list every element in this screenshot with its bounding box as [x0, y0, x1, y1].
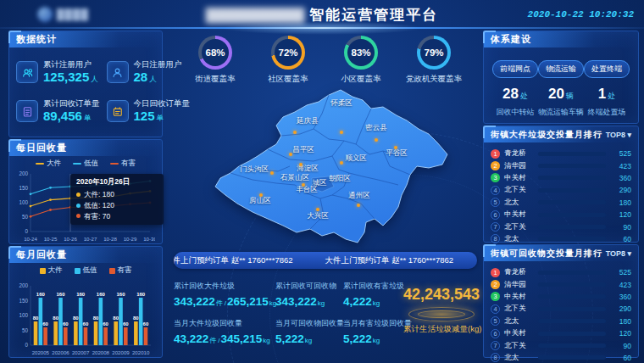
total-reduction-value: 42,243,543 — [403, 286, 480, 304]
gauge-ring: 83% — [344, 36, 378, 70]
rank-row-2: 2清华园423 — [491, 278, 631, 290]
legend-item-低值[interactable]: 低值 — [73, 159, 98, 169]
svg-text:50: 50 — [22, 214, 29, 220]
rank-bar-track — [538, 332, 606, 336]
rank-name: 中关村 — [504, 328, 534, 338]
legend-item-有害[interactable]: 有害 — [109, 265, 132, 276]
chart-tooltip: 2020年10月26日大件: 180低值: 120有害: 70 — [70, 174, 164, 225]
system-tab-处置终端[interactable]: 处置终端 — [584, 60, 630, 78]
svg-text:200: 200 — [19, 282, 28, 288]
map-marker-dot — [302, 183, 305, 187]
legend-swatch — [36, 163, 44, 165]
svg-text:80: 80 — [93, 316, 99, 321]
system-value: 1处 — [584, 86, 630, 103]
system-tab-前端网点[interactable]: 前端网点 — [492, 60, 538, 78]
panel-data-stats-title: 数据统计 — [16, 33, 57, 46]
svg-text:202007: 202007 — [72, 349, 90, 355]
rank-value: 423 — [610, 281, 631, 289]
system-label: 终端处置场 — [584, 107, 630, 118]
stat-value: 89,456单 — [43, 109, 100, 124]
map-marker-dot — [293, 131, 297, 134]
gauge-小区覆盖率: 83%小区覆盖率 — [327, 36, 395, 92]
svg-text:10-25: 10-25 — [44, 236, 58, 242]
rank-badge: 4 — [491, 186, 500, 195]
legend-item-大件[interactable]: 大件 — [40, 265, 63, 276]
legend-item-有害[interactable]: 有害 — [110, 159, 136, 169]
summary-segment: 343,222 — [174, 295, 215, 308]
panel-rank-large-title: 街镇大件垃圾交投量月排行 — [491, 129, 602, 141]
stats-grid: 累计注册用户125,325人今日注册用户28人累计回收订单量89,456单今日回… — [9, 47, 162, 136]
gauge-value: 79% — [417, 36, 451, 70]
tooltip-text: 低值: 120 — [84, 200, 114, 211]
rank-value: 290 — [610, 186, 631, 194]
system-label: 物流运输车辆 — [538, 107, 584, 118]
rank-bar-track — [538, 294, 606, 299]
summary-segment: 4,222 — [343, 295, 372, 308]
summary-value: 4,222kg — [343, 293, 404, 309]
summary-segment: kg — [373, 299, 380, 307]
legend-label: 有害 — [121, 159, 136, 169]
svg-text:10-30: 10-30 — [143, 236, 155, 242]
legend-label: 低值 — [84, 159, 98, 169]
summary-value: 343,222件/265,215kg — [174, 293, 275, 309]
rank-row-3: 3中关村360 — [491, 291, 631, 303]
datetime: 2020-10-22 10:20:32 — [528, 9, 634, 20]
rank-badge: 4 — [491, 304, 500, 314]
tooltip-dot — [76, 204, 80, 208]
gauge-value: 72% — [271, 36, 305, 70]
panel-rank-recyclable: 街镇可回收物交投量月排行 TOP8 ▾ 1青龙桥5252清华园4233中关村36… — [483, 244, 639, 358]
rank-row-2: 2清华园423 — [491, 159, 631, 171]
gauge-党政机关覆盖率: 79%党政机关覆盖率 — [400, 36, 468, 92]
system-tab-物流运输[interactable]: 物流运输 — [538, 60, 584, 78]
legend-label: 大件 — [47, 159, 61, 169]
system-unit: 处 — [608, 92, 615, 100]
total-reduction: 42,243,543 累计生活垃圾减量(kg) — [403, 286, 480, 335]
svg-text:60: 60 — [63, 321, 69, 327]
panel-rank-large: 街镇大件垃圾交投量月排行 TOP8 ▾ 1青龙桥5252清华园4233中关村36… — [483, 126, 639, 243]
rank-recyclable-top8-select[interactable]: TOP8 ▾ — [606, 249, 631, 258]
rank-name: 青龙桥 — [504, 148, 534, 159]
order-ticker-track: 大件上门预约订单 赵** 1760***7862大件上门预约订单 赵** 176… — [174, 252, 477, 269]
rank-bar-track — [538, 176, 606, 180]
system-unit: 辆 — [566, 92, 574, 100]
rank-row-1: 1青龙桥525 — [491, 266, 631, 278]
legend-swatch — [40, 268, 46, 274]
panel-daily-chart-title: 每日回收量 — [16, 142, 67, 154]
rank-badge: 6 — [491, 210, 500, 220]
svg-text:60: 60 — [103, 321, 108, 327]
user-icon — [107, 61, 129, 83]
tooltip-row-有害: 有害: 70 — [76, 211, 158, 222]
system-col-0: 前端网点28处回收中转站 — [492, 59, 538, 118]
rank-row-5: 5北太180 — [491, 316, 631, 327]
rank-bar-track — [538, 343, 606, 348]
rank-large-top8-select[interactable]: TOP8 ▾ — [606, 131, 631, 139]
svg-text:202006: 202006 — [52, 349, 69, 355]
svg-text:10-28: 10-28 — [103, 236, 117, 242]
rank-badge: 5 — [491, 316, 500, 326]
system-columns: 前端网点28处回收中转站物流运输20辆物流运输车辆处置终端1处终端处置场 — [484, 47, 638, 118]
rank-value: 60 — [610, 354, 631, 362]
beijing-district-map[interactable]: 怀柔区延庆县密云县昌平区平谷区顺义区门头沟区海淀区石景山区城区朝阳区丰台区通州区… — [195, 85, 475, 254]
rank-bar-track — [538, 164, 606, 168]
svg-text:10-27: 10-27 — [84, 236, 97, 242]
legend-item-大件[interactable]: 大件 — [36, 159, 61, 169]
panel-data-stats-header: 数据统计 — [9, 31, 162, 47]
legend-label: 低值 — [83, 265, 97, 276]
summary-segment: 件 — [209, 337, 216, 344]
map-marker-dot — [394, 146, 397, 149]
map-marker-dot — [375, 138, 378, 142]
legend-item-低值[interactable]: 低值 — [75, 265, 97, 276]
summary-label: 当月可回收物回收量 — [275, 318, 343, 329]
rank-value: 525 — [610, 149, 631, 158]
rank-badge: 3 — [491, 173, 500, 182]
tooltip-text: 大件: 180 — [84, 189, 114, 200]
rank-badge: 2 — [491, 280, 500, 289]
rank-value: 60 — [610, 235, 631, 243]
gauge-ring: 79% — [417, 36, 451, 70]
rank-badge: 1 — [491, 149, 500, 159]
summary-cell-1: 累计回收可回收物343,222kg — [275, 281, 343, 309]
monthly-chart-legend: 大件低值有害 — [9, 265, 162, 276]
map-svg — [195, 85, 475, 254]
rank-name: 清华园 — [504, 161, 534, 171]
summary-label: 当月有害垃圾回收量 — [343, 318, 404, 329]
